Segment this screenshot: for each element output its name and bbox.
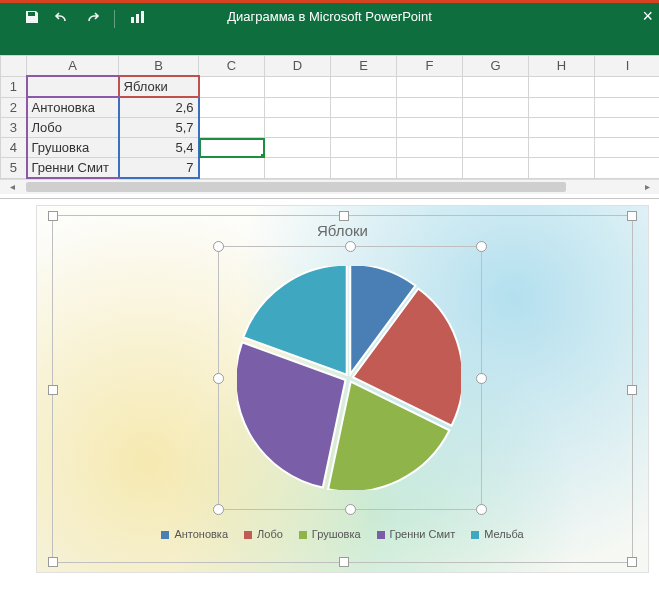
chart-title[interactable]: Яблоки	[53, 222, 632, 239]
cell[interactable]: 5,7	[119, 118, 199, 138]
cell[interactable]: 5,4	[119, 138, 199, 158]
row[interactable]: 1 Яблоки	[1, 76, 660, 97]
legend-item[interactable]: Грушовка	[299, 528, 361, 540]
cell[interactable]	[331, 76, 397, 97]
cell[interactable]	[463, 76, 529, 97]
cell[interactable]: Антоновка	[27, 97, 119, 118]
row-header[interactable]: 1	[1, 76, 27, 97]
cell[interactable]	[529, 76, 595, 97]
row[interactable]: 4 Грушовка 5,4	[1, 138, 660, 158]
cell[interactable]	[331, 97, 397, 118]
grid[interactable]: A B C D E F G H I 1 Яблоки 2 Антоновка 2…	[0, 55, 659, 179]
cell[interactable]	[331, 138, 397, 158]
chart-object-frame[interactable]: Яблоки АнтоновкаЛобоГрушовкаГренни СмитМ…	[52, 215, 633, 563]
row[interactable]: 2 Антоновка 2,6	[1, 97, 660, 118]
col-header[interactable]: C	[199, 56, 265, 77]
cell[interactable]: 2,6	[119, 97, 199, 118]
row[interactable]: 5 Гренни Смит 7	[1, 158, 660, 179]
resize-handle[interactable]	[213, 241, 224, 252]
scroll-thumb[interactable]	[26, 182, 566, 192]
cell[interactable]	[397, 158, 463, 179]
resize-handle[interactable]	[48, 557, 58, 567]
col-header[interactable]: G	[463, 56, 529, 77]
cell[interactable]	[463, 97, 529, 118]
cell[interactable]	[199, 158, 265, 179]
cell[interactable]	[265, 158, 331, 179]
select-all-cell[interactable]	[1, 56, 27, 77]
cell[interactable]	[397, 97, 463, 118]
resize-handle[interactable]	[213, 373, 224, 384]
col-header[interactable]: B	[119, 56, 199, 77]
cell[interactable]	[199, 118, 265, 138]
resize-handle[interactable]	[48, 211, 58, 221]
cell[interactable]	[265, 118, 331, 138]
legend-item[interactable]: Гренни Смит	[377, 528, 456, 540]
cell[interactable]	[265, 76, 331, 97]
cell[interactable]	[199, 97, 265, 118]
legend-item[interactable]: Антоновка	[161, 528, 228, 540]
cell[interactable]	[331, 158, 397, 179]
resize-handle[interactable]	[339, 211, 349, 221]
cell[interactable]	[529, 118, 595, 138]
legend-item[interactable]: Мельба	[471, 528, 523, 540]
cell[interactable]	[397, 138, 463, 158]
cell[interactable]	[397, 118, 463, 138]
resize-handle[interactable]	[476, 373, 487, 384]
cell[interactable]	[199, 76, 265, 97]
resize-handle[interactable]	[627, 211, 637, 221]
chart-legend[interactable]: АнтоновкаЛобоГрушовкаГренни СмитМельба	[53, 528, 632, 540]
cell[interactable]	[397, 76, 463, 97]
resize-handle[interactable]	[345, 504, 356, 515]
resize-handle[interactable]	[213, 504, 224, 515]
resize-handle[interactable]	[627, 557, 637, 567]
cell[interactable]	[595, 138, 660, 158]
cell[interactable]	[529, 97, 595, 118]
resize-handle[interactable]	[339, 557, 349, 567]
row-header[interactable]: 4	[1, 138, 27, 158]
app-root: Диаграмма в Microsoft PowerPoint × A B C…	[0, 0, 659, 594]
col-header[interactable]: E	[331, 56, 397, 77]
scroll-right-icon[interactable]: ▸	[641, 181, 653, 193]
cell[interactable]	[595, 76, 660, 97]
cell[interactable]	[463, 158, 529, 179]
col-header[interactable]: D	[265, 56, 331, 77]
resize-handle[interactable]	[476, 241, 487, 252]
row-header[interactable]: 3	[1, 118, 27, 138]
legend-swatch	[471, 531, 479, 539]
cell[interactable]	[529, 138, 595, 158]
resize-handle[interactable]	[627, 385, 637, 395]
col-header[interactable]: F	[397, 56, 463, 77]
col-header[interactable]: H	[529, 56, 595, 77]
pie-chart[interactable]	[237, 266, 461, 490]
resize-handle[interactable]	[345, 241, 356, 252]
cell[interactable]: Лобо	[27, 118, 119, 138]
horizontal-scrollbar[interactable]: ◂ ▸	[0, 179, 659, 194]
scroll-left-icon[interactable]: ◂	[6, 181, 18, 193]
legend-swatch	[161, 531, 169, 539]
row[interactable]: 3 Лобо 5,7	[1, 118, 660, 138]
cell[interactable]	[595, 97, 660, 118]
cell[interactable]	[265, 138, 331, 158]
row-header[interactable]: 5	[1, 158, 27, 179]
row-header[interactable]: 2	[1, 97, 27, 118]
col-header[interactable]: A	[27, 56, 119, 77]
cell[interactable]: Грушовка	[27, 138, 119, 158]
active-cell[interactable]	[199, 138, 265, 158]
legend-item[interactable]: Лобо	[244, 528, 283, 540]
cell[interactable]	[265, 97, 331, 118]
cell[interactable]	[595, 158, 660, 179]
cell[interactable]	[463, 138, 529, 158]
resize-handle[interactable]	[476, 504, 487, 515]
cell[interactable]	[463, 118, 529, 138]
cell[interactable]	[331, 118, 397, 138]
cell[interactable]: 7	[119, 158, 199, 179]
cell[interactable]: Яблоки	[119, 76, 199, 97]
cell[interactable]: Гренни Смит	[27, 158, 119, 179]
spreadsheet[interactable]: A B C D E F G H I 1 Яблоки 2 Антоновка 2…	[0, 55, 659, 199]
cell[interactable]	[27, 76, 119, 97]
col-header[interactable]: I	[595, 56, 660, 77]
close-icon[interactable]: ×	[642, 7, 653, 25]
resize-handle[interactable]	[48, 385, 58, 395]
cell[interactable]	[595, 118, 660, 138]
cell[interactable]	[529, 158, 595, 179]
